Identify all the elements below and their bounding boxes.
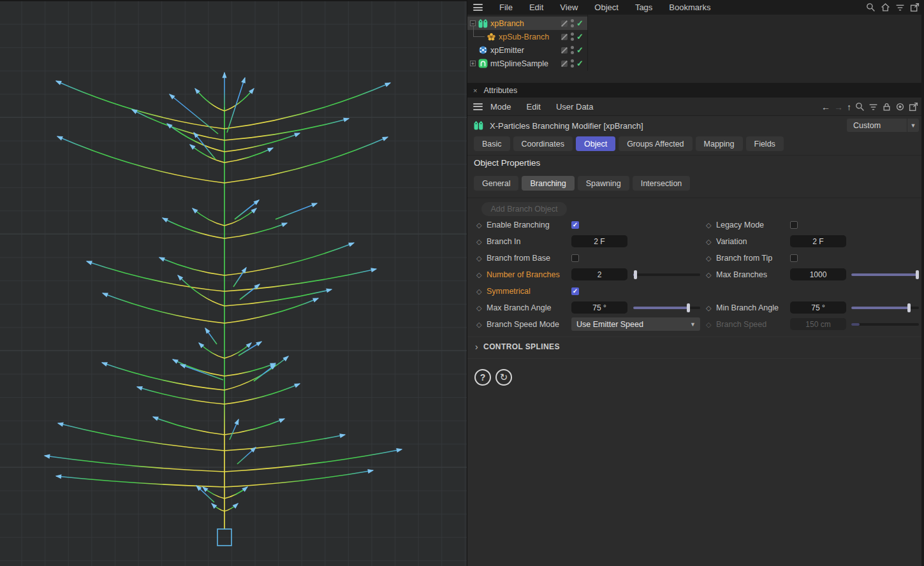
tree-line xyxy=(473,26,474,37)
layer-toggle-icon[interactable] xyxy=(561,47,568,54)
visibility-dots-icon[interactable] xyxy=(571,59,574,68)
enabled-check-icon[interactable]: ✓ xyxy=(576,32,583,41)
param-diamond-icon[interactable]: ◇ xyxy=(706,271,711,279)
forward-arrow-icon[interactable]: → xyxy=(834,102,843,112)
param-row: ◇Symmetrical✓ xyxy=(467,283,924,300)
back-arrow-icon[interactable]: ← xyxy=(821,102,830,112)
visibility-dots-icon[interactable] xyxy=(571,19,574,27)
param-branch-speed-label: Branch Speed xyxy=(716,320,766,329)
collapse-icon[interactable]: − xyxy=(470,20,476,26)
menu-mode[interactable]: Mode xyxy=(490,102,511,112)
enabled-check-icon[interactable]: ✓ xyxy=(576,18,583,28)
tab-general[interactable]: General xyxy=(474,176,518,191)
reset-icon[interactable]: ↻ xyxy=(495,369,512,386)
param-legacy-mode-checkbox[interactable] xyxy=(790,221,798,229)
menu-tags[interactable]: Tags xyxy=(635,3,652,12)
param-branch-from-tip-checkbox[interactable] xyxy=(790,254,798,262)
track-icon[interactable] xyxy=(895,102,905,112)
object-label[interactable]: mtSplineSample xyxy=(490,59,548,68)
param-symmetrical-checkbox[interactable]: ✓ xyxy=(571,287,579,295)
hamburger-menu-icon[interactable] xyxy=(473,4,483,11)
param-min-branch-angle-label: Min Branch Angle xyxy=(716,303,779,312)
menu-bookmarks[interactable]: Bookmarks xyxy=(669,3,710,12)
open-window-icon[interactable] xyxy=(910,3,920,12)
menu-view[interactable]: View xyxy=(560,3,578,12)
param-diamond-icon[interactable]: ◇ xyxy=(706,321,711,329)
search-icon[interactable] xyxy=(855,102,865,112)
xp-branch-object-icon xyxy=(474,120,485,131)
mt-spline-sample-icon[interactable] xyxy=(478,59,488,68)
tab-basic[interactable]: Basic xyxy=(474,136,510,151)
param-legacy-mode-label: Legacy Mode xyxy=(716,221,764,229)
tab-fields[interactable]: Fields xyxy=(746,136,784,151)
filter-icon[interactable] xyxy=(869,102,878,112)
param-diamond-icon[interactable]: ◇ xyxy=(476,287,481,296)
visibility-dots-icon[interactable] xyxy=(571,33,574,41)
help-icon[interactable]: ? xyxy=(474,369,491,386)
tab-spawning[interactable]: Spawning xyxy=(578,176,629,191)
object-label[interactable]: xpBranch xyxy=(490,19,524,28)
xp-branch-icon[interactable] xyxy=(478,18,488,28)
lock-icon[interactable] xyxy=(882,102,891,112)
param-max-branches-slider[interactable] xyxy=(851,273,919,276)
filter-icon[interactable] xyxy=(895,3,905,12)
param-row: ◇Branch In2 F◇Variation2 F xyxy=(467,233,924,250)
tab-object[interactable]: Object xyxy=(576,136,615,151)
enabled-check-icon[interactable]: ✓ xyxy=(576,59,583,68)
control-splines-section-header[interactable]: › CONTROL SPLINES xyxy=(475,342,560,352)
param-min-branch-angle: ◇Min Branch Angle75 ° xyxy=(467,300,924,316)
column-divider xyxy=(587,15,588,71)
menu-object[interactable]: Object xyxy=(594,3,619,12)
visibility-dots-icon[interactable] xyxy=(571,46,574,54)
open-window-icon[interactable] xyxy=(909,102,918,112)
chevron-right-icon: › xyxy=(475,342,478,352)
search-icon[interactable] xyxy=(866,3,876,12)
menu-edit[interactable]: Edit xyxy=(529,3,543,12)
param-max-branches: ◇Max Branches1000 xyxy=(467,266,924,283)
tab-coordinates[interactable]: Coordinates xyxy=(513,136,573,151)
object-title: X-Particles Branching Modifier [xpBranch… xyxy=(490,121,643,131)
menu-user-data[interactable]: User Data xyxy=(556,102,594,112)
expand-icon[interactable]: + xyxy=(470,61,476,66)
tab-branching[interactable]: Branching xyxy=(522,176,574,191)
add-branch-object-button[interactable]: Add Branch Object xyxy=(481,202,567,216)
param-diamond-icon[interactable]: ◇ xyxy=(706,304,711,312)
xp-sub-branch-icon[interactable] xyxy=(487,32,496,41)
preset-dropdown[interactable]: Custom ▼ xyxy=(847,119,919,132)
object-row-mtSplineSample[interactable]: +mtSplineSample✓ xyxy=(467,57,587,70)
param-diamond-icon[interactable]: ◇ xyxy=(706,221,711,229)
menu-edit[interactable]: Edit xyxy=(527,102,541,112)
right-panel: File Edit View Object Tags Bookmarks −xp… xyxy=(467,0,924,566)
param-branch-speed-slider[interactable] xyxy=(851,323,919,326)
param-row: ◇Enable Branching✓◇Legacy Mode xyxy=(467,217,924,233)
enabled-check-icon[interactable]: ✓ xyxy=(576,45,583,55)
object-label[interactable]: xpEmitter xyxy=(490,46,524,55)
object-row-xpEmitter[interactable]: xpEmitter✓ xyxy=(467,43,587,57)
layer-toggle-icon[interactable] xyxy=(561,61,568,67)
tab-groups-affected[interactable]: Groups Affected xyxy=(619,136,692,151)
param-row: ◇Number of Branches2◇Max Branches1000 xyxy=(467,266,924,283)
param-variation-value[interactable]: 2 F xyxy=(790,235,846,247)
close-icon[interactable]: × xyxy=(473,87,477,94)
param-diamond-icon[interactable]: ◇ xyxy=(706,238,711,246)
param-min-branch-angle-slider[interactable] xyxy=(851,307,919,309)
xp-emitter-icon[interactable] xyxy=(478,45,488,55)
home-icon[interactable] xyxy=(881,3,890,12)
object-label[interactable]: xpSub-Branch xyxy=(499,33,549,41)
up-arrow-icon[interactable]: ↑ xyxy=(847,102,851,112)
object-row-xpSub-Branch[interactable]: xpSub-Branch✓ xyxy=(467,30,587,43)
param-min-branch-angle-value[interactable]: 75 ° xyxy=(790,301,846,314)
tab-mapping[interactable]: Mapping xyxy=(696,136,743,151)
param-branch-speed-value[interactable]: 150 cm xyxy=(790,318,846,330)
tab-intersection[interactable]: Intersection xyxy=(633,176,691,191)
param-max-branches-value[interactable]: 1000 xyxy=(790,268,846,280)
viewport-3d[interactable] xyxy=(0,0,467,566)
object-row-xpBranch[interactable]: −xpBranch✓ xyxy=(467,17,587,30)
param-diamond-icon[interactable]: ◇ xyxy=(706,254,711,263)
attributes-menubar: Mode Edit User Data ←→↑ xyxy=(467,98,924,116)
chevron-down-icon[interactable]: ▼ xyxy=(907,119,919,132)
hamburger-menu-icon[interactable] xyxy=(473,103,483,110)
layer-toggle-icon[interactable] xyxy=(561,34,568,40)
layer-toggle-icon[interactable] xyxy=(561,20,568,27)
menu-file[interactable]: File xyxy=(499,3,513,12)
